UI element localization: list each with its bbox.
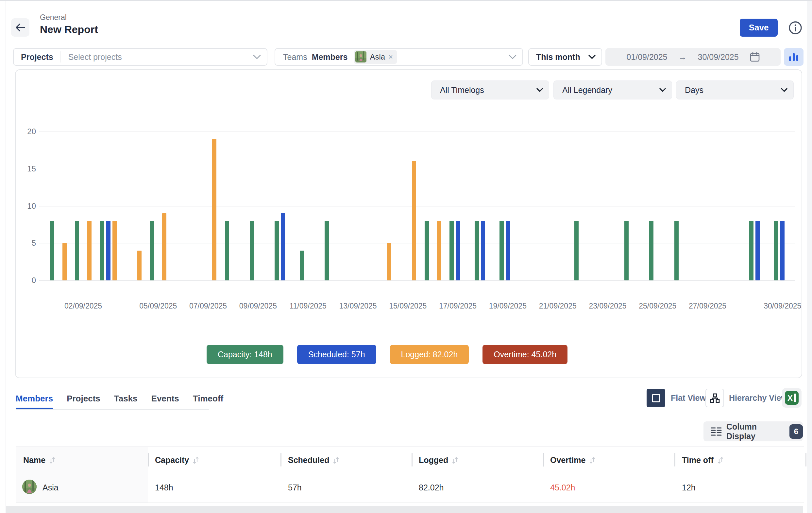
chart-card bbox=[15, 70, 802, 378]
page-title: New Report bbox=[40, 24, 98, 36]
flat-view-label[interactable]: Flat View bbox=[671, 393, 706, 403]
period-select[interactable]: This month bbox=[528, 48, 602, 66]
column-divider[interactable] bbox=[674, 453, 675, 466]
bar-capacity-30/09/2025[interactable] bbox=[774, 221, 778, 280]
tab-timeoff[interactable]: Timeoff bbox=[193, 394, 223, 411]
sort-icon[interactable] bbox=[49, 456, 56, 464]
excel-export-button[interactable]: X bbox=[782, 388, 802, 408]
sort-icon[interactable] bbox=[589, 456, 596, 464]
bar-logged-07/09/2025[interactable] bbox=[212, 139, 216, 280]
legend-overtime-button[interactable]: Overtime: 45.02h bbox=[483, 345, 568, 364]
bar-capacity-12/09/2025[interactable] bbox=[325, 221, 329, 280]
timelogs-filter-value: All Timelogs bbox=[432, 85, 484, 95]
teams-toggle[interactable]: Teams bbox=[275, 52, 312, 62]
column-header-overtime[interactable]: Overtime bbox=[550, 455, 596, 465]
column-divider[interactable] bbox=[411, 453, 412, 466]
legend-scheduled-button[interactable]: Scheduled: 57h bbox=[297, 345, 376, 364]
legendary-filter-select[interactable]: All Legendary bbox=[553, 80, 672, 100]
granularity-select[interactable]: Days bbox=[676, 80, 794, 100]
bar-capacity-09/09/2025[interactable] bbox=[250, 221, 254, 280]
bar-logged-05/09/2025[interactable] bbox=[162, 213, 166, 280]
column-divider[interactable] bbox=[806, 453, 807, 466]
bar-scheduled-30/09/2025[interactable] bbox=[780, 221, 785, 280]
sort-icon[interactable] bbox=[333, 456, 339, 464]
column-display-button[interactable]: Column Display 6 bbox=[703, 422, 803, 441]
bar-capacity-10/09/2025[interactable] bbox=[274, 221, 279, 280]
period-value: This month bbox=[529, 52, 580, 62]
bar-logged-04/09/2025[interactable] bbox=[137, 251, 142, 280]
bar-capacity-16/09/2025[interactable] bbox=[425, 221, 429, 280]
teams-members-select[interactable]: Teams Members Asia × bbox=[274, 48, 523, 66]
bar-chart-icon bbox=[788, 52, 799, 62]
column-header-label: Time off bbox=[682, 455, 714, 465]
flat-view-button[interactable] bbox=[646, 389, 665, 407]
bar-capacity-18/09/2025[interactable] bbox=[475, 221, 479, 280]
projects-select[interactable]: Projects Select projects bbox=[13, 48, 267, 66]
column-divider[interactable] bbox=[543, 453, 544, 466]
column-header-time-off[interactable]: Time off bbox=[682, 455, 724, 465]
bar-logged-01/09/2025[interactable] bbox=[62, 243, 67, 280]
bar-capacity-02/09/2025[interactable] bbox=[75, 221, 79, 280]
hierarchy-view-label[interactable]: Hierarchy View bbox=[729, 393, 787, 403]
tab-tasks[interactable]: Tasks bbox=[114, 394, 138, 411]
bar-scheduled-19/09/2025[interactable] bbox=[506, 221, 510, 280]
members-toggle[interactable]: Members bbox=[312, 52, 354, 62]
back-button[interactable] bbox=[11, 18, 29, 37]
chevron-down-icon bbox=[781, 88, 787, 92]
tab-projects[interactable]: Projects bbox=[67, 394, 100, 411]
bar-scheduled-10/09/2025[interactable] bbox=[281, 213, 285, 280]
bar-capacity-19/09/2025[interactable] bbox=[499, 221, 504, 280]
projects-label: Projects bbox=[14, 52, 60, 62]
column-divider[interactable] bbox=[281, 453, 282, 466]
bar-capacity-24/09/2025[interactable] bbox=[625, 221, 629, 280]
cell-timeoff: 12h bbox=[682, 483, 696, 492]
legend-logged-button[interactable]: Logged: 82.02h bbox=[390, 345, 469, 364]
bar-capacity-29/09/2025[interactable] bbox=[749, 221, 753, 280]
bar-logged-16/09/2025[interactable] bbox=[437, 221, 441, 280]
cell-overtime: 45.02h bbox=[550, 483, 575, 492]
bar-capacity-05/09/2025[interactable] bbox=[150, 221, 154, 280]
bar-capacity-26/09/2025[interactable] bbox=[674, 221, 678, 280]
x-axis-tick: 17/09/2025 bbox=[439, 302, 476, 310]
column-header-logged[interactable]: Logged bbox=[419, 455, 458, 465]
date-range-picker[interactable]: 01/09/2025 → 30/09/2025 bbox=[605, 48, 781, 66]
bar-capacity-17/09/2025[interactable] bbox=[450, 221, 454, 280]
timelogs-filter-select[interactable]: All Timelogs bbox=[431, 80, 549, 100]
scrollbar-track[interactable] bbox=[807, 1, 812, 513]
chart-view-button[interactable] bbox=[784, 48, 804, 66]
bar-logged-02/09/2025[interactable] bbox=[87, 221, 91, 280]
x-axis-tick: 25/09/2025 bbox=[639, 302, 676, 310]
close-icon[interactable]: × bbox=[388, 52, 393, 61]
sort-icon[interactable] bbox=[718, 456, 724, 464]
bar-capacity-25/09/2025[interactable] bbox=[649, 221, 654, 280]
bar-capacity-01/09/2025[interactable] bbox=[50, 221, 54, 280]
member-chip[interactable]: Asia × bbox=[354, 50, 397, 64]
info-icon[interactable] bbox=[788, 21, 802, 35]
bar-capacity-03/09/2025[interactable] bbox=[100, 221, 104, 280]
hierarchy-view-button[interactable] bbox=[705, 389, 724, 407]
column-header-capacity[interactable]: Capacity bbox=[155, 455, 199, 465]
column-display-label: Column Display bbox=[726, 422, 784, 441]
column-divider[interactable] bbox=[148, 453, 149, 466]
column-header-name[interactable]: Name bbox=[23, 455, 56, 465]
bar-logged-15/09/2025[interactable] bbox=[412, 161, 416, 280]
bar-capacity-11/09/2025[interactable] bbox=[300, 251, 304, 280]
save-button[interactable]: Save bbox=[740, 19, 778, 37]
bar-capacity-22/09/2025[interactable] bbox=[574, 221, 579, 280]
bar-logged-03/09/2025[interactable] bbox=[112, 221, 117, 280]
legend-capacity-button[interactable]: Capacity: 148h bbox=[207, 345, 283, 364]
gridline-y15 bbox=[39, 169, 795, 169]
column-count-badge: 6 bbox=[789, 424, 803, 439]
column-header-label: Name bbox=[23, 455, 46, 465]
bar-scheduled-29/09/2025[interactable] bbox=[755, 221, 760, 280]
bar-scheduled-17/09/2025[interactable] bbox=[456, 221, 460, 280]
bar-scheduled-18/09/2025[interactable] bbox=[481, 221, 485, 280]
bar-capacity-08/09/2025[interactable] bbox=[225, 221, 229, 280]
sort-icon[interactable] bbox=[452, 456, 458, 464]
column-header-scheduled[interactable]: Scheduled bbox=[288, 455, 339, 465]
tab-events[interactable]: Events bbox=[151, 394, 179, 411]
bar-logged-14/09/2025[interactable] bbox=[387, 243, 391, 280]
bar-scheduled-03/09/2025[interactable] bbox=[106, 221, 111, 280]
cell-name[interactable]: Asia bbox=[42, 483, 59, 492]
sort-icon[interactable] bbox=[193, 456, 199, 464]
